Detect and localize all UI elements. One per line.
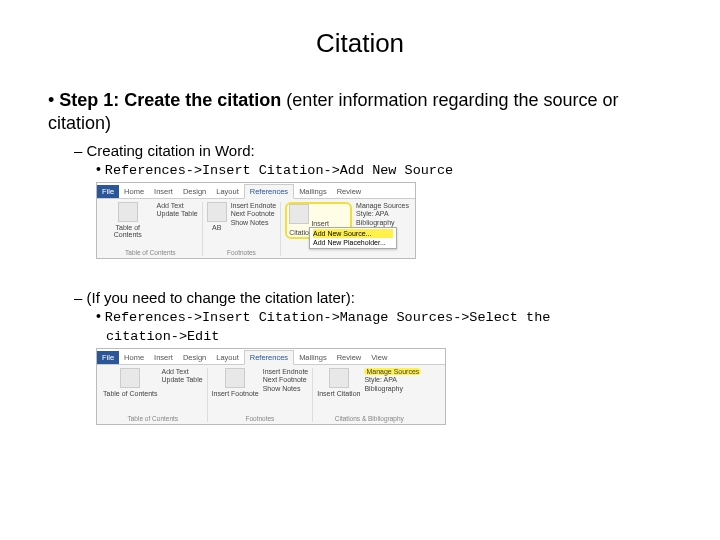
tab-references-2: References <box>244 350 294 365</box>
group-toc-label-2: Table of Contents <box>103 415 203 422</box>
style-item-2: Style: APA <box>364 376 421 384</box>
footnote-icon <box>207 202 227 222</box>
tab-home: Home <box>119 185 149 198</box>
add-text-2: Add Text <box>161 368 202 376</box>
insert-citation-icon-2 <box>329 368 349 388</box>
tab-review: Review <box>332 185 367 198</box>
group-footnotes-2: Insert Footnote Insert Endnote Next Foot… <box>208 368 314 422</box>
ribbon-tabs: File Home Insert Design Layout Reference… <box>97 183 415 199</box>
group-toc-2: Table of Contents Add Text Update Table … <box>99 368 208 422</box>
ab-label: AB <box>212 224 221 231</box>
tab-layout-2: Layout <box>211 351 244 364</box>
tab-file-2: File <box>97 351 119 364</box>
bibliography-item-2: Bibliography <box>364 385 421 393</box>
dropdown-add-new-source: Add New Source... <box>313 229 393 238</box>
tab-mailings: Mailings <box>294 185 332 198</box>
ribbon-screenshot-2: File Home Insert Design Layout Reference… <box>96 348 446 425</box>
next-footnote: Next Footnote <box>231 210 277 218</box>
tab-view-2: View <box>366 351 392 364</box>
ribbon-tabs-2: File Home Insert Design Layout Reference… <box>97 349 445 365</box>
update-table-item: Update Table <box>157 210 198 218</box>
group-footnotes-label: Footnotes <box>207 249 277 256</box>
tab-home-2: Home <box>119 351 149 364</box>
tab-design-2: Design <box>178 351 211 364</box>
path-b2-code: citation->Edit <box>106 329 680 344</box>
tab-layout: Layout <box>211 185 244 198</box>
insert-citation-dropdown: Add New Source... Add New Placeholder... <box>309 227 397 249</box>
step1-sub-a: Creating citation in Word: <box>74 142 680 159</box>
manage-sources-highlighted: Manage Sources <box>364 368 421 376</box>
group-footnotes: AB Insert Endnote Next Footnote Show Not… <box>203 202 282 256</box>
step1-sub-b: (If you need to change the citation late… <box>74 289 680 306</box>
toc-label-2: Table of Contents <box>103 390 157 397</box>
ribbon-body-2: Table of Contents Add Text Update Table … <box>97 365 445 424</box>
step1-path-b: References->Insert Citation->Manage Sour… <box>96 308 680 325</box>
insert-citation-button-2: Insert Citation <box>317 368 360 397</box>
group-toc: Table of Contents Add Text Update Table … <box>99 202 203 256</box>
add-text-item: Add Text <box>157 202 198 210</box>
group-citations-2: Insert Citation Manage Sources Style: AP… <box>313 368 425 422</box>
footnote-icon-2 <box>225 368 245 388</box>
toc-icon-2 <box>120 368 140 388</box>
tab-mailings-2: Mailings <box>294 351 332 364</box>
step1-heading: Step 1: Create the citation (enter infor… <box>48 89 680 136</box>
insert-endnote: Insert Endnote <box>231 202 277 210</box>
tab-insert-2: Insert <box>149 351 178 364</box>
path-a-code: References->Insert Citation->Add New Sou… <box>105 163 453 178</box>
insert-footnote-lbl: Insert Footnote <box>212 390 259 397</box>
toc-icon <box>118 202 138 222</box>
style-item: Style: APA <box>356 210 409 218</box>
update-table-2: Update Table <box>161 376 202 384</box>
step1-heading-bold: Step 1: Create the citation <box>59 90 281 110</box>
insert-citation-icon <box>289 204 309 224</box>
group-toc-label: Table of Contents <box>103 249 198 256</box>
tab-review-2: Review <box>332 351 367 364</box>
toc-label: Table of Contents <box>103 224 153 238</box>
ribbon-screenshot-1: File Home Insert Design Layout Reference… <box>96 182 416 259</box>
tab-insert: Insert <box>149 185 178 198</box>
group-citations-label-2: Citations & Bibliography <box>317 415 421 422</box>
path-b-code: References->Insert Citation->Manage Sour… <box>105 310 551 325</box>
tab-design: Design <box>178 185 211 198</box>
group-footnotes-label-2: Footnotes <box>212 415 309 422</box>
show-notes: Show Notes <box>231 219 277 227</box>
bibliography-item: Bibliography <box>356 219 409 227</box>
dropdown-add-new-placeholder: Add New Placeholder... <box>313 238 393 247</box>
tab-references: References <box>244 184 294 199</box>
insert-citation-lbl-2: Insert Citation <box>317 390 360 397</box>
show-notes-2: Show Notes <box>263 385 309 393</box>
insert-endnote-2: Insert Endnote <box>263 368 309 376</box>
step1-path-a: References->Insert Citation->Add New Sou… <box>96 161 680 178</box>
tab-file: File <box>97 185 119 198</box>
next-footnote-2: Next Footnote <box>263 376 309 384</box>
slide-title: Citation <box>40 28 680 59</box>
manage-sources-item: Manage Sources <box>356 202 409 210</box>
